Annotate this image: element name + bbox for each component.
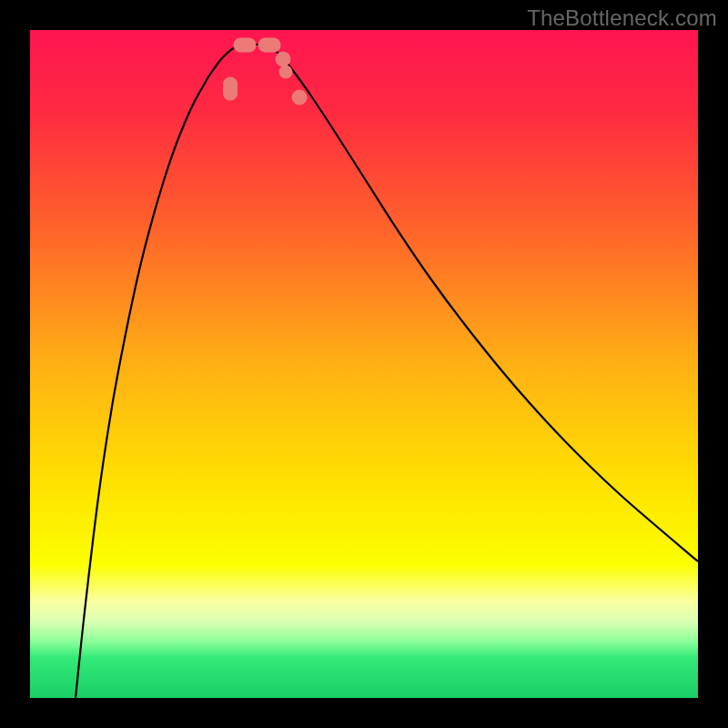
data-marker: [276, 52, 290, 66]
data-marker: [279, 66, 292, 78]
chart-svg: [30, 30, 698, 698]
data-marker: [234, 38, 256, 52]
gradient-background: [30, 30, 698, 698]
watermark-text: TheBottleneck.com: [527, 5, 717, 31]
data-marker: [258, 38, 280, 52]
plot-area: [30, 30, 698, 698]
data-marker: [292, 90, 307, 105]
data-marker: [224, 77, 238, 100]
outer-frame: TheBottleneck.com: [0, 0, 728, 728]
